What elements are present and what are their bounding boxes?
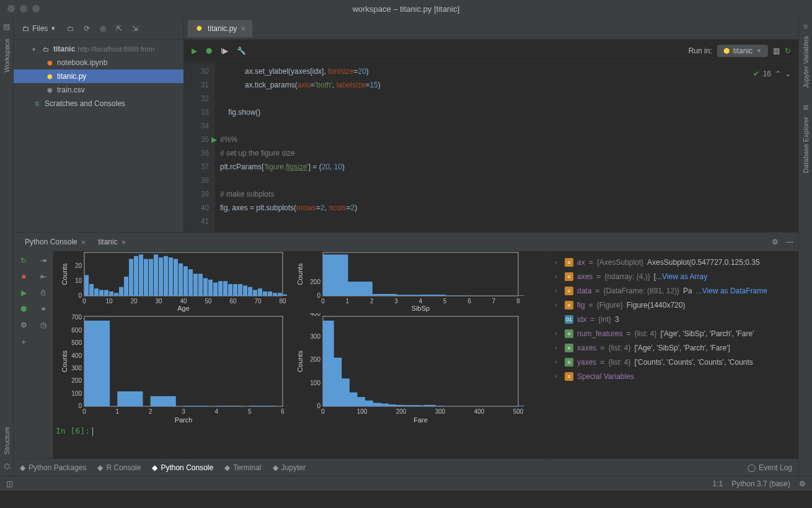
problems-indicator[interactable]: ✔ 16 ⌃ ⌄: [753, 67, 791, 81]
var-xaxes[interactable]: ›≡xaxes = {list: 4} ['Age', 'SibSp', 'Pa…: [555, 341, 793, 355]
run-env-select[interactable]: ⬢ titanic ▼: [717, 45, 768, 57]
var-yaxes[interactable]: ›≡yaxes = {list: 4} ['Counts', 'Counts',…: [555, 355, 793, 369]
svg-rect-58: [347, 282, 373, 296]
var-data[interactable]: ›≡data = {DataFrame: (891, 12)} Pa...Vie…: [555, 283, 793, 298]
svg-text:0: 0: [321, 298, 325, 305]
chart-fare: 01002003004005000100200300400FareCounts: [295, 313, 524, 425]
chevron-up-icon[interactable]: ⌃: [775, 67, 781, 81]
code-editor[interactable]: 30313233343536373839404142 ✔ 16 ⌃ ⌄ ax.s…: [184, 62, 798, 232]
settings-icon[interactable]: ⚙: [20, 321, 27, 329]
expand-icon[interactable]: ›: [555, 344, 561, 351]
maximize-window-icon[interactable]: [32, 5, 40, 12]
expand-icon[interactable]: ›: [555, 259, 561, 265]
editor-tab-titanic[interactable]: ⬢ titanic.py ×: [188, 20, 252, 37]
expand-icon[interactable]: ›: [555, 330, 561, 337]
wrench-icon[interactable]: 🔧: [237, 47, 246, 55]
var-type-icon: ≡: [565, 287, 573, 295]
minimize-panel-icon[interactable]: —: [786, 238, 793, 246]
py-icon: ◆: [152, 463, 157, 472]
file-notebook.ipynb[interactable]: ⬢notebook.ipynb: [14, 56, 183, 69]
new-folder-icon[interactable]: 🗀: [66, 24, 76, 33]
history-icon[interactable]: ◷: [40, 321, 46, 329]
expand-icon[interactable]: ⇲: [130, 24, 140, 33]
svg-rect-22: [188, 269, 193, 296]
chevron-down-icon[interactable]: ⌄: [785, 67, 791, 81]
target-icon[interactable]: ◎: [98, 24, 108, 33]
tab-label: titanic.py: [208, 24, 237, 33]
var-ax[interactable]: ›≡ax = {AxesSubplot} AxesSubplot(0.54772…: [555, 255, 793, 269]
tool-windows-icon[interactable]: ◫: [6, 479, 13, 488]
gear-icon[interactable]: ⚙: [799, 479, 806, 488]
interpreter-label[interactable]: Python 3.7 (base): [731, 479, 790, 488]
close-tab-icon[interactable]: ×: [241, 24, 245, 33]
run-toolbar: ▶ ⬢ I▶ 🔧 Run in: ⬢ titanic ▼ ▥ ↻: [184, 40, 798, 62]
expand-icon[interactable]: ›: [555, 287, 561, 294]
add-icon[interactable]: ＋: [20, 337, 27, 347]
import-icon[interactable]: ⇤: [40, 272, 46, 281]
bottom-tab-python-console[interactable]: Python Console×: [19, 235, 92, 249]
scratches-row[interactable]: ⎘ Scratches and Consoles: [14, 97, 183, 110]
tab-workspace[interactable]: Workspace: [3, 36, 11, 75]
expand-icon[interactable]: ›: [555, 359, 561, 365]
database-icon[interactable]: ≣: [803, 103, 809, 112]
run-icon[interactable]: ▶: [192, 47, 197, 55]
event-log-button[interactable]: ◯ Event Log: [748, 463, 792, 472]
refresh-icon[interactable]: ⟳: [82, 24, 92, 33]
workspace-icon[interactable]: ▤: [3, 22, 10, 31]
var-idx[interactable]: 01idx = {int} 3: [555, 312, 793, 326]
run-icon[interactable]: ▶: [21, 288, 27, 297]
status-tab-r-console[interactable]: ◆R Console: [97, 463, 141, 472]
svg-rect-40: [278, 293, 282, 296]
var-Special Variables[interactable]: ›≡Special Variables: [555, 369, 793, 383]
view-link[interactable]: ...View as Array: [656, 272, 707, 281]
chart-age: 0102030405060708001020AgeCounts: [60, 251, 289, 313]
close-icon[interactable]: ×: [81, 238, 86, 247]
var-num_features[interactable]: ›≡num_features = {list: 4} ['Age', 'SibS…: [555, 326, 793, 341]
close-window-icon[interactable]: [7, 5, 15, 12]
file-titanic.py[interactable]: ⬢titanic.py: [14, 69, 183, 83]
tab-structure[interactable]: Structure: [3, 424, 11, 457]
minimize-window-icon[interactable]: [20, 5, 27, 12]
cursor-position[interactable]: 1:1: [713, 479, 723, 488]
console-prompt[interactable]: In [6]:: [56, 426, 93, 436]
chevron-down-icon: ▾: [32, 46, 38, 53]
expand-icon[interactable]: ›: [555, 301, 561, 308]
structure-icon[interactable]: ⌬: [4, 462, 10, 471]
svg-text:400: 400: [474, 408, 485, 415]
reload-icon[interactable]: ↻: [785, 47, 791, 55]
project-root[interactable]: ▾ 🗀 titanic http://localhost:8888 from: [14, 42, 183, 56]
check-icon: ✔: [753, 67, 759, 81]
layout-icon[interactable]: ▥: [773, 47, 780, 55]
status-tab-jupyter[interactable]: ◆Jupyter: [273, 463, 306, 472]
bottom-tab-titanic[interactable]: titanic×: [92, 235, 132, 249]
tab-jupyter-variables[interactable]: Jupyter Variables: [802, 33, 810, 91]
close-icon[interactable]: ×: [121, 238, 126, 247]
files-dropdown[interactable]: 🗀 Files ▼: [19, 23, 60, 34]
status-tab-terminal[interactable]: ◆Terminal: [224, 463, 261, 472]
export-icon[interactable]: ⇥: [40, 256, 46, 265]
tab-database-explorer[interactable]: Database Explorer: [802, 114, 810, 176]
view-link[interactable]: ...View as DataFrame: [696, 287, 767, 295]
rerun-icon[interactable]: ↻: [20, 256, 27, 265]
svg-rect-36: [258, 288, 262, 296]
stop-icon[interactable]: ■: [21, 272, 25, 281]
link-icon[interactable]: ⚭: [40, 305, 46, 313]
status-tab-python-packages[interactable]: ◆Python Packages: [20, 463, 86, 472]
svg-text:1: 1: [346, 298, 350, 305]
expand-icon[interactable]: ›: [555, 373, 561, 380]
svg-rect-39: [273, 293, 277, 296]
status-tab-python-console[interactable]: ◆Python Console: [152, 463, 213, 472]
file-train.csv[interactable]: ⬢train.csv: [14, 83, 183, 97]
debug-icon[interactable]: ⬢: [206, 47, 212, 55]
code-text[interactable]: ✔ 16 ⌃ ⌄ ax.set_ylabel(yaxes[idx], fonts…: [215, 62, 798, 232]
debug-icon[interactable]: ⬢: [20, 305, 27, 313]
run-cell-icon[interactable]: I▶: [221, 47, 228, 55]
expand-icon[interactable]: ›: [555, 273, 561, 280]
gear-icon[interactable]: ⚙: [772, 238, 779, 246]
var-fig[interactable]: ›≡fig = {Figure} Figure(1440x720): [555, 298, 793, 312]
var-type-icon: ≡: [565, 258, 573, 267]
print-icon[interactable]: ⎙: [41, 288, 45, 297]
var-axes[interactable]: ›≡axes = {ndarray: (4,)} [...View as Arr…: [555, 269, 793, 283]
collapse-icon[interactable]: ⇱: [114, 24, 124, 33]
jupyter-icon[interactable]: ≡: [803, 22, 808, 31]
